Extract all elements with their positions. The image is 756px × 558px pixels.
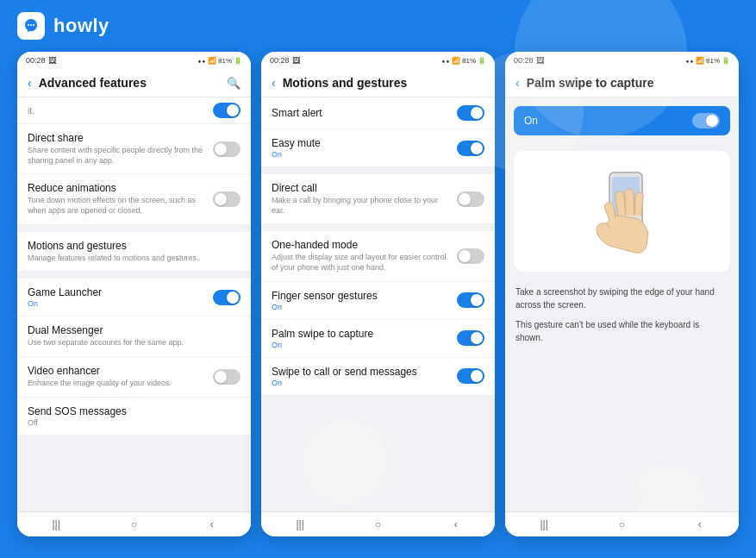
divider-2b <box>261 224 495 231</box>
status-bar-1: 00:28 🖼 ⬥⬥ 📶 81% 🔋 <box>17 52 251 69</box>
status-bar-2: 00:28 🖼 ⬥⬥ 📶 81% 🔋 <box>261 52 495 69</box>
bg-decoration-4 <box>635 463 704 532</box>
phone-title-bar-2: ‹ Motions and gestures <box>261 69 495 97</box>
setting-dual-messenger: Dual Messenger Use two separate accounts… <box>17 317 251 357</box>
palm-desc-2: This gesture can't be used while the key… <box>515 318 728 344</box>
nav-back-1[interactable]: ‹ <box>203 517 221 531</box>
setting-video-enhancer: Video enhancer Enhance the image quality… <box>17 357 251 398</box>
svg-point-0 <box>28 24 29 26</box>
toggle-easy-mute[interactable] <box>457 141 484 156</box>
toggle-palm-swipe[interactable] <box>457 330 484 346</box>
setting-finger-sensor: Finger sensor gestures On <box>261 282 495 320</box>
back-arrow-1[interactable]: ‹ <box>28 76 32 90</box>
nav-home-2[interactable]: ○ <box>369 517 386 531</box>
screen-title-2: Motions and gestures <box>283 76 484 90</box>
divider-2 <box>17 272 251 279</box>
setting-direct-call: Direct call Make a call by bringing your… <box>261 174 495 224</box>
nav-home-3[interactable]: ○ <box>613 517 630 531</box>
setting-motions-gestures: Motions and gestures Manage features rel… <box>17 232 251 273</box>
status-time-1: 00:28 🖼 <box>26 56 56 65</box>
setting-reduce-animations: Reduce animations Tone down motion effec… <box>17 174 251 224</box>
toggle-reduce-animations[interactable] <box>213 191 241 207</box>
toggle-partial[interactable] <box>213 103 241 118</box>
palm-description: Take a screenshot by swiping the edge of… <box>505 279 739 358</box>
search-icon-1[interactable]: 🔍 <box>227 77 241 90</box>
nav-home-1[interactable]: ○ <box>125 517 142 531</box>
toggle-direct-call[interactable] <box>457 191 484 207</box>
setting-easy-mute: Easy mute On <box>261 129 495 167</box>
setting-swipe-call: Swipe to call or send messages On <box>261 358 495 396</box>
toggle-direct-share[interactable] <box>213 141 241 157</box>
toggle-smart-alert[interactable] <box>457 105 484 121</box>
nav-recent-2[interactable]: ||| <box>291 517 309 531</box>
toggle-video-enhancer[interactable] <box>213 369 241 385</box>
setting-smart-alert: Smart alert <box>261 97 495 129</box>
nav-back-2[interactable]: ‹ <box>447 517 465 531</box>
nav-bar-2: ||| ○ ‹ <box>261 511 495 536</box>
screen-title-1: Advanced features <box>39 76 220 90</box>
back-arrow-2[interactable]: ‹ <box>272 76 276 90</box>
divider-2a <box>261 167 495 174</box>
setting-direct-share: Direct share Share content with specific… <box>17 124 251 174</box>
nav-recent-3[interactable]: ||| <box>535 517 553 531</box>
toggle-game-launcher[interactable] <box>213 290 241 305</box>
nav-recent-1[interactable]: ||| <box>47 517 65 531</box>
phone-content-1: it. Direct share Share content with spec… <box>17 97 251 511</box>
svg-point-2 <box>33 24 34 26</box>
nav-bar-1: ||| ○ ‹ <box>17 511 251 536</box>
svg-point-1 <box>30 24 32 26</box>
setting-one-handed-mode: One-handed mode Adjust the display size … <box>261 231 495 281</box>
setting-palm-swipe: Palm swipe to capture On <box>261 320 495 358</box>
setting-game-launcher: Game Launcher On <box>17 279 251 317</box>
phone-hand-illustration <box>514 151 730 272</box>
toggle-finger-sensor[interactable] <box>457 292 484 308</box>
toggle-palm-capture[interactable] <box>692 113 720 129</box>
toggle-swipe-call[interactable] <box>457 368 484 384</box>
logo-icon <box>17 12 45 40</box>
toggle-one-handed[interactable] <box>457 248 484 264</box>
bg-decoration-3 <box>302 420 388 506</box>
phone-title-bar-1: ‹ Advanced features 🔍 <box>17 69 251 97</box>
nav-bar-3: ||| ○ ‹ <box>505 511 739 536</box>
palm-desc-1: Take a screenshot by swiping the edge of… <box>515 285 728 311</box>
brand-name: howly <box>53 15 109 37</box>
partial-top: it. <box>17 97 251 124</box>
phone-screen-1: 00:28 🖼 ⬥⬥ 📶 81% 🔋 ‹ Advanced features 🔍… <box>17 52 251 536</box>
divider-1 <box>17 225 251 232</box>
setting-sos-messages: Send SOS messages Off <box>17 398 251 436</box>
